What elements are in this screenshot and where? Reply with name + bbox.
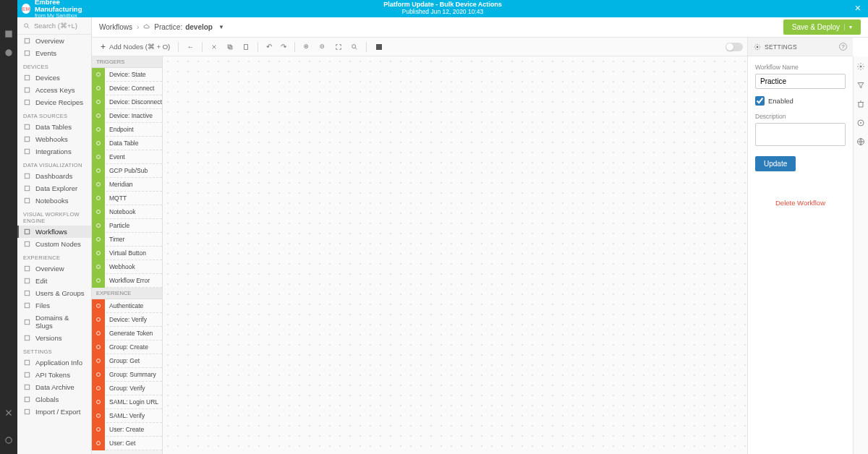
settings-icon[interactable] xyxy=(856,119,865,127)
back-button[interactable]: ← xyxy=(183,40,197,53)
palette-node[interactable]: User: Get xyxy=(92,437,162,450)
trash-icon[interactable] xyxy=(856,100,865,108)
palette-node[interactable]: Particle xyxy=(92,219,162,233)
svg-rect-9 xyxy=(25,100,29,104)
svg-rect-22 xyxy=(25,320,29,324)
add-nodes-button[interactable]: Add Nodes (⌘ + O) xyxy=(96,40,174,53)
sidebar-item[interactable]: Device Recipes xyxy=(17,96,91,108)
palette-node[interactable]: Group: Verify xyxy=(92,382,162,395)
palette-node[interactable]: Device: Verify xyxy=(92,313,162,327)
sidebar-item[interactable]: Devices xyxy=(17,72,91,84)
crumb-root[interactable]: Workflows xyxy=(99,23,132,31)
palette-node[interactable]: GCP Pub/Sub xyxy=(92,164,162,178)
sidebar-item[interactable]: Users & Groups xyxy=(17,287,91,299)
crumb-workflow[interactable]: Practice: develop ▼ xyxy=(143,23,224,31)
zoom-out-button[interactable] xyxy=(315,41,330,53)
redo-button[interactable]: ↷ xyxy=(277,40,290,53)
sidebar-item[interactable]: API Tokens xyxy=(17,369,91,381)
app-icon[interactable] xyxy=(4,408,14,418)
palette-node[interactable]: User: Create xyxy=(92,423,162,437)
sidebar-item[interactable]: Access Keys xyxy=(17,84,91,96)
node-icon xyxy=(92,354,105,368)
palette-node[interactable]: Group: Get xyxy=(92,354,162,368)
sidebar-item[interactable]: Application Info xyxy=(17,356,91,369)
debug-button[interactable] xyxy=(371,40,387,53)
sidebar-item[interactable]: Notebooks xyxy=(17,194,91,207)
palette-node[interactable]: Virtual Button xyxy=(92,247,162,260)
palette-node[interactable]: Device: Inactive xyxy=(92,109,162,123)
app-icon[interactable] xyxy=(4,48,14,58)
palette-node[interactable]: SAML: Verify xyxy=(92,409,162,423)
plus-icon xyxy=(100,43,106,50)
name-label: Workflow Name xyxy=(755,64,846,71)
sidebar-section: DEVICES xyxy=(17,59,91,72)
sidebar-item[interactable]: Globals xyxy=(17,393,91,406)
copy-button[interactable] xyxy=(223,41,237,53)
save-deploy-button[interactable]: Save & Deploy ▾ xyxy=(783,20,861,35)
org-header[interactable]: EM Embree Manufacturing from My Sandbox xyxy=(17,0,92,17)
palette-node[interactable]: Event xyxy=(92,150,162,164)
update-button[interactable]: Update xyxy=(755,156,796,171)
workflow-name-input[interactable] xyxy=(755,74,846,89)
help-icon[interactable]: ? xyxy=(839,43,847,51)
sidebar-item[interactable]: Data Explorer xyxy=(17,182,91,194)
cut-button[interactable] xyxy=(207,41,221,53)
palette-node[interactable]: Timer xyxy=(92,233,162,247)
app-icon[interactable] xyxy=(4,435,14,445)
sidebar-item[interactable]: Data Archive xyxy=(17,381,91,393)
live-toggle[interactable] xyxy=(726,43,743,51)
palette-node[interactable]: Endpoint xyxy=(92,123,162,137)
zoom-in-button[interactable] xyxy=(299,41,314,53)
sidebar-item[interactable]: Overview xyxy=(17,262,91,275)
paste-button[interactable] xyxy=(239,41,253,53)
zoom-reset-button[interactable] xyxy=(347,41,362,53)
filter-icon[interactable] xyxy=(856,81,865,90)
search-input[interactable]: Search (⌘+L) xyxy=(17,17,91,35)
sidebar-item[interactable]: Overview xyxy=(17,35,91,47)
sidebar-item[interactable]: Versions xyxy=(17,332,91,344)
palette-node[interactable]: Notebook xyxy=(92,205,162,219)
sidebar-item[interactable]: Integrations xyxy=(17,145,91,158)
svg-point-53 xyxy=(97,304,101,308)
sidebar-item[interactable]: Events xyxy=(17,47,91,59)
palette-node[interactable]: Device: State xyxy=(92,68,162,82)
palette-node[interactable]: Data Table xyxy=(92,137,162,150)
svg-rect-25 xyxy=(25,372,29,377)
palette-node[interactable]: Group: Summary xyxy=(92,368,162,382)
chevron-down-icon: ▼ xyxy=(218,24,224,30)
palette-node[interactable]: Generate Token xyxy=(92,327,162,340)
sidebar-item[interactable]: Dashboards xyxy=(17,170,91,182)
palette-node[interactable]: SAML: Login URL xyxy=(92,395,162,409)
description-input[interactable] xyxy=(755,123,846,146)
globe-icon[interactable] xyxy=(856,137,865,146)
workflow-canvas[interactable] xyxy=(163,56,747,454)
sidebar-item[interactable]: Data Tables xyxy=(17,121,91,133)
fit-button[interactable] xyxy=(331,41,346,53)
enabled-checkbox[interactable]: Enabled xyxy=(755,96,846,106)
svg-point-58 xyxy=(97,373,101,377)
close-icon[interactable]: × xyxy=(855,3,861,14)
svg-point-3 xyxy=(25,23,28,27)
svg-rect-11 xyxy=(25,137,29,141)
sidebar-item[interactable]: Edit xyxy=(17,275,91,287)
sidebar-item[interactable]: Import / Export xyxy=(17,406,91,418)
palette-node[interactable]: Device: Disconnect xyxy=(92,95,162,109)
delete-workflow-link[interactable]: Delete Workflow xyxy=(755,199,846,207)
app-icon[interactable] xyxy=(4,29,14,39)
sidebar-item[interactable]: Files xyxy=(17,299,91,312)
palette-node[interactable]: MQTT xyxy=(92,192,162,205)
palette-node[interactable]: Webhook xyxy=(92,260,162,274)
palette-node[interactable]: Authenticate xyxy=(92,299,162,313)
sidebar-item[interactable]: Custom Nodes xyxy=(17,238,91,250)
svg-point-41 xyxy=(97,128,101,132)
palette-node[interactable]: Device: Connect xyxy=(92,82,162,95)
palette-node[interactable]: Workflow Error xyxy=(92,274,162,288)
sidebar-item[interactable]: Domains & Slugs xyxy=(17,312,91,332)
undo-button[interactable]: ↶ xyxy=(263,40,276,53)
sidebar-item[interactable]: Workflows xyxy=(17,226,91,238)
palette-node[interactable]: Meridian xyxy=(92,178,162,192)
node-icon xyxy=(92,313,105,327)
palette-node[interactable]: Group: Create xyxy=(92,340,162,354)
gear-icon[interactable] xyxy=(856,62,865,71)
sidebar-item[interactable]: Webhooks xyxy=(17,133,91,145)
